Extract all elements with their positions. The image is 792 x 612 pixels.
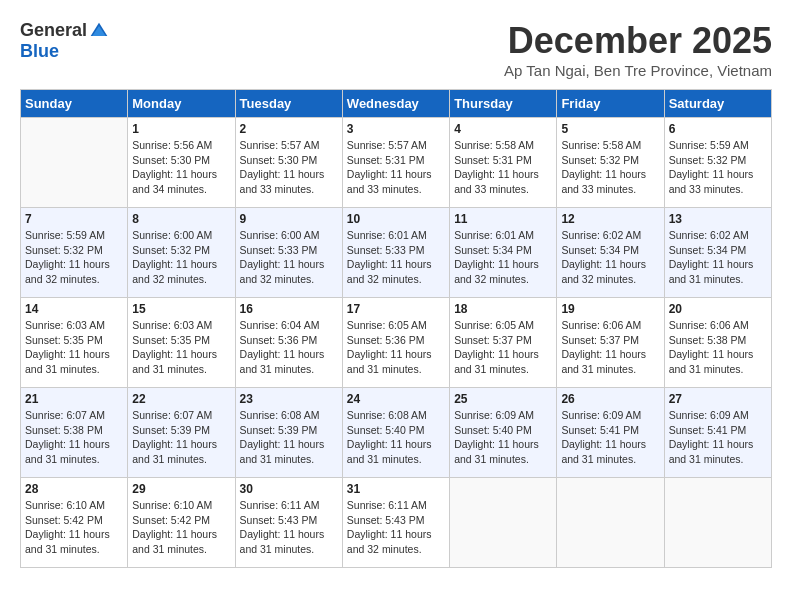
calendar-week-row: 7Sunrise: 5:59 AM Sunset: 5:32 PM Daylig… — [21, 208, 772, 298]
weekday-header-tuesday: Tuesday — [235, 90, 342, 118]
day-number: 7 — [25, 212, 123, 226]
day-info: Sunrise: 6:11 AM Sunset: 5:43 PM Dayligh… — [347, 498, 445, 557]
calendar-cell: 18Sunrise: 6:05 AM Sunset: 5:37 PM Dayli… — [450, 298, 557, 388]
day-number: 8 — [132, 212, 230, 226]
calendar-cell — [557, 478, 664, 568]
day-info: Sunrise: 6:00 AM Sunset: 5:33 PM Dayligh… — [240, 228, 338, 287]
day-number: 15 — [132, 302, 230, 316]
day-number: 5 — [561, 122, 659, 136]
day-info: Sunrise: 6:01 AM Sunset: 5:33 PM Dayligh… — [347, 228, 445, 287]
calendar-week-row: 28Sunrise: 6:10 AM Sunset: 5:42 PM Dayli… — [21, 478, 772, 568]
day-number: 14 — [25, 302, 123, 316]
day-info: Sunrise: 6:09 AM Sunset: 5:41 PM Dayligh… — [561, 408, 659, 467]
calendar-cell: 13Sunrise: 6:02 AM Sunset: 5:34 PM Dayli… — [664, 208, 771, 298]
location-title: Ap Tan Ngai, Ben Tre Province, Vietnam — [504, 62, 772, 79]
calendar-cell: 16Sunrise: 6:04 AM Sunset: 5:36 PM Dayli… — [235, 298, 342, 388]
calendar-cell: 5Sunrise: 5:58 AM Sunset: 5:32 PM Daylig… — [557, 118, 664, 208]
day-number: 30 — [240, 482, 338, 496]
day-info: Sunrise: 6:10 AM Sunset: 5:42 PM Dayligh… — [132, 498, 230, 557]
day-number: 27 — [669, 392, 767, 406]
calendar-cell: 28Sunrise: 6:10 AM Sunset: 5:42 PM Dayli… — [21, 478, 128, 568]
day-number: 18 — [454, 302, 552, 316]
calendar-week-row: 21Sunrise: 6:07 AM Sunset: 5:38 PM Dayli… — [21, 388, 772, 478]
calendar-week-row: 1Sunrise: 5:56 AM Sunset: 5:30 PM Daylig… — [21, 118, 772, 208]
calendar-cell — [664, 478, 771, 568]
day-info: Sunrise: 6:02 AM Sunset: 5:34 PM Dayligh… — [669, 228, 767, 287]
day-number: 26 — [561, 392, 659, 406]
calendar-cell — [450, 478, 557, 568]
weekday-header-sunday: Sunday — [21, 90, 128, 118]
day-number: 9 — [240, 212, 338, 226]
day-info: Sunrise: 5:57 AM Sunset: 5:31 PM Dayligh… — [347, 138, 445, 197]
calendar-cell: 8Sunrise: 6:00 AM Sunset: 5:32 PM Daylig… — [128, 208, 235, 298]
calendar-cell: 1Sunrise: 5:56 AM Sunset: 5:30 PM Daylig… — [128, 118, 235, 208]
day-info: Sunrise: 6:04 AM Sunset: 5:36 PM Dayligh… — [240, 318, 338, 377]
day-info: Sunrise: 6:06 AM Sunset: 5:37 PM Dayligh… — [561, 318, 659, 377]
calendar-cell: 12Sunrise: 6:02 AM Sunset: 5:34 PM Dayli… — [557, 208, 664, 298]
day-info: Sunrise: 6:05 AM Sunset: 5:37 PM Dayligh… — [454, 318, 552, 377]
page-header: General Blue December 2025 Ap Tan Ngai, … — [20, 20, 772, 79]
day-info: Sunrise: 6:11 AM Sunset: 5:43 PM Dayligh… — [240, 498, 338, 557]
calendar-cell: 24Sunrise: 6:08 AM Sunset: 5:40 PM Dayli… — [342, 388, 449, 478]
day-number: 24 — [347, 392, 445, 406]
calendar-cell: 29Sunrise: 6:10 AM Sunset: 5:42 PM Dayli… — [128, 478, 235, 568]
day-info: Sunrise: 6:08 AM Sunset: 5:39 PM Dayligh… — [240, 408, 338, 467]
calendar-cell: 31Sunrise: 6:11 AM Sunset: 5:43 PM Dayli… — [342, 478, 449, 568]
calendar-cell: 2Sunrise: 5:57 AM Sunset: 5:30 PM Daylig… — [235, 118, 342, 208]
calendar-cell: 15Sunrise: 6:03 AM Sunset: 5:35 PM Dayli… — [128, 298, 235, 388]
weekday-header-wednesday: Wednesday — [342, 90, 449, 118]
day-info: Sunrise: 6:09 AM Sunset: 5:40 PM Dayligh… — [454, 408, 552, 467]
day-number: 23 — [240, 392, 338, 406]
day-number: 20 — [669, 302, 767, 316]
day-info: Sunrise: 6:07 AM Sunset: 5:39 PM Dayligh… — [132, 408, 230, 467]
calendar-cell: 19Sunrise: 6:06 AM Sunset: 5:37 PM Dayli… — [557, 298, 664, 388]
day-number: 17 — [347, 302, 445, 316]
day-info: Sunrise: 6:07 AM Sunset: 5:38 PM Dayligh… — [25, 408, 123, 467]
day-info: Sunrise: 5:59 AM Sunset: 5:32 PM Dayligh… — [25, 228, 123, 287]
day-number: 6 — [669, 122, 767, 136]
calendar-cell: 6Sunrise: 5:59 AM Sunset: 5:32 PM Daylig… — [664, 118, 771, 208]
weekday-header-row: SundayMondayTuesdayWednesdayThursdayFrid… — [21, 90, 772, 118]
calendar-cell: 22Sunrise: 6:07 AM Sunset: 5:39 PM Dayli… — [128, 388, 235, 478]
logo-blue-text: Blue — [20, 41, 59, 62]
weekday-header-monday: Monday — [128, 90, 235, 118]
day-number: 12 — [561, 212, 659, 226]
day-number: 19 — [561, 302, 659, 316]
calendar-cell: 14Sunrise: 6:03 AM Sunset: 5:35 PM Dayli… — [21, 298, 128, 388]
day-info: Sunrise: 6:09 AM Sunset: 5:41 PM Dayligh… — [669, 408, 767, 467]
weekday-header-thursday: Thursday — [450, 90, 557, 118]
day-number: 13 — [669, 212, 767, 226]
weekday-header-friday: Friday — [557, 90, 664, 118]
day-info: Sunrise: 5:58 AM Sunset: 5:31 PM Dayligh… — [454, 138, 552, 197]
month-title: December 2025 — [504, 20, 772, 62]
calendar-cell: 17Sunrise: 6:05 AM Sunset: 5:36 PM Dayli… — [342, 298, 449, 388]
title-section: December 2025 Ap Tan Ngai, Ben Tre Provi… — [504, 20, 772, 79]
day-number: 11 — [454, 212, 552, 226]
day-info: Sunrise: 5:59 AM Sunset: 5:32 PM Dayligh… — [669, 138, 767, 197]
day-number: 22 — [132, 392, 230, 406]
day-number: 21 — [25, 392, 123, 406]
logo: General Blue — [20, 20, 109, 62]
day-number: 16 — [240, 302, 338, 316]
calendar-cell: 30Sunrise: 6:11 AM Sunset: 5:43 PM Dayli… — [235, 478, 342, 568]
calendar-cell: 25Sunrise: 6:09 AM Sunset: 5:40 PM Dayli… — [450, 388, 557, 478]
day-info: Sunrise: 6:03 AM Sunset: 5:35 PM Dayligh… — [132, 318, 230, 377]
logo-general-text: General — [20, 20, 87, 41]
calendar-cell: 3Sunrise: 5:57 AM Sunset: 5:31 PM Daylig… — [342, 118, 449, 208]
day-info: Sunrise: 6:02 AM Sunset: 5:34 PM Dayligh… — [561, 228, 659, 287]
day-number: 31 — [347, 482, 445, 496]
logo-icon — [89, 21, 109, 41]
calendar-cell: 11Sunrise: 6:01 AM Sunset: 5:34 PM Dayli… — [450, 208, 557, 298]
day-info: Sunrise: 6:00 AM Sunset: 5:32 PM Dayligh… — [132, 228, 230, 287]
calendar-cell — [21, 118, 128, 208]
day-number: 1 — [132, 122, 230, 136]
calendar-cell: 7Sunrise: 5:59 AM Sunset: 5:32 PM Daylig… — [21, 208, 128, 298]
day-info: Sunrise: 6:08 AM Sunset: 5:40 PM Dayligh… — [347, 408, 445, 467]
calendar-cell: 26Sunrise: 6:09 AM Sunset: 5:41 PM Dayli… — [557, 388, 664, 478]
calendar-cell: 23Sunrise: 6:08 AM Sunset: 5:39 PM Dayli… — [235, 388, 342, 478]
day-info: Sunrise: 6:03 AM Sunset: 5:35 PM Dayligh… — [25, 318, 123, 377]
calendar-table: SundayMondayTuesdayWednesdayThursdayFrid… — [20, 89, 772, 568]
day-number: 28 — [25, 482, 123, 496]
day-info: Sunrise: 6:01 AM Sunset: 5:34 PM Dayligh… — [454, 228, 552, 287]
calendar-cell: 27Sunrise: 6:09 AM Sunset: 5:41 PM Dayli… — [664, 388, 771, 478]
